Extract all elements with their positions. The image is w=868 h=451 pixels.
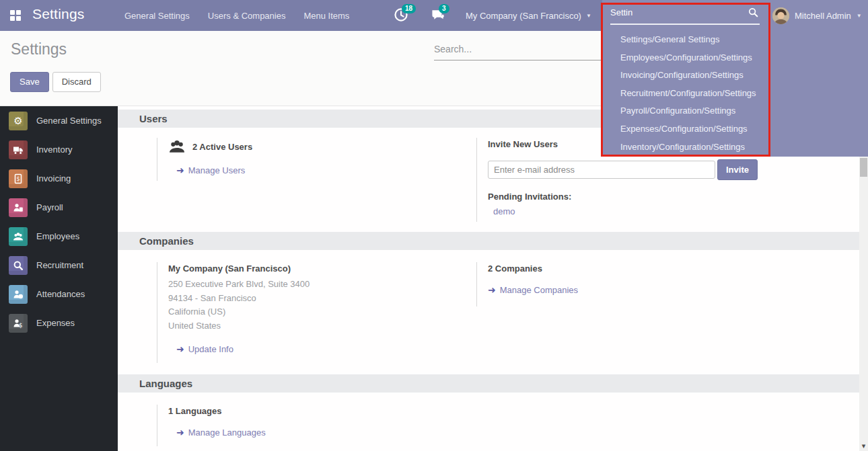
app-brand-title[interactable]: Settings xyxy=(32,6,84,22)
company-switcher[interactable]: My Company (San Francisco) ▼ xyxy=(466,0,591,31)
sidebar-item-inventory[interactable]: Inventory xyxy=(0,135,118,164)
search-suggestion[interactable]: Payroll/Configuration/Settings xyxy=(602,102,770,120)
update-info-link[interactable]: ➜ Update Info xyxy=(168,343,460,354)
search-suggestion[interactable]: Recruitment/Configuration/Settings xyxy=(602,85,770,103)
sidebar-item-general-settings[interactable]: ⚙ General Settings xyxy=(0,106,118,135)
company-switcher-label: My Company (San Francisco) xyxy=(466,11,581,21)
avatar xyxy=(772,7,789,24)
settings-sidebar: ⚙ General Settings Inventory $ Invoicing… xyxy=(0,106,118,451)
attendance-person-clock-icon xyxy=(9,285,28,304)
search-suggestion[interactable]: Invoicing/Configuration/Settings xyxy=(602,67,770,85)
menu-search xyxy=(609,4,770,24)
company-name: My Company (San Francisco) xyxy=(168,263,460,274)
languages-block: 1 Languages ➜ Manage Languages xyxy=(157,405,439,446)
chevron-down-icon: ▼ xyxy=(586,13,591,19)
people-group-icon xyxy=(9,227,28,246)
arrow-right-icon: ➜ xyxy=(176,343,184,354)
sidebar-item-invoicing[interactable]: $ Invoicing xyxy=(0,164,118,193)
languages-section: 1 Languages ➜ Manage Languages xyxy=(118,393,859,451)
messages-icon[interactable]: 3 xyxy=(431,7,447,24)
active-users-count: 2 Active Users xyxy=(192,142,252,152)
companies-count: 2 Companies xyxy=(488,263,759,274)
invoice-document-icon: $ xyxy=(9,169,28,188)
invite-button[interactable]: Invite xyxy=(717,159,758,180)
magnifier-icon xyxy=(9,256,28,275)
sidebar-item-recruitment[interactable]: Recruitment xyxy=(0,251,118,280)
section-header-companies: Companies xyxy=(118,232,859,250)
languages-count: 1 Languages xyxy=(168,406,439,416)
pending-invitations-label: Pending Invitations: xyxy=(488,192,853,202)
company-info-block: My Company (San Francisco) 250 Executive… xyxy=(157,262,460,363)
invite-email-input[interactable] xyxy=(488,161,715,179)
search-underline xyxy=(610,24,760,25)
expense-person-dollar-icon: $ xyxy=(9,314,28,333)
active-users-block: 2 Active Users ➜ Manage Users xyxy=(157,138,439,181)
pending-user-link[interactable]: demo xyxy=(488,206,853,216)
page-title: Settings xyxy=(11,40,67,58)
search-suggestion[interactable]: Inventory/Configuration/Settings xyxy=(602,138,770,157)
vertical-scrollbar[interactable]: ▾ xyxy=(859,106,868,451)
settings-content: Users 2 Active Users ➜ Manage Users Invi… xyxy=(118,106,859,451)
companies-count-block: 2 Companies ➜ Manage Companies xyxy=(476,262,759,306)
users-icon xyxy=(168,139,186,154)
menu-users-companies[interactable]: Users & Companies xyxy=(208,11,286,21)
message-count-badge: 3 xyxy=(439,4,449,13)
section-header-languages: Languages xyxy=(118,374,859,393)
odoo-settings-screen: Settings General Settings Users & Compan… xyxy=(0,0,868,451)
company-address-line: California (US) xyxy=(168,305,460,319)
scroll-down-arrow-icon[interactable]: ▾ xyxy=(859,442,868,450)
search-suggestion-list: Settings/General Settings Employees/Conf… xyxy=(602,31,770,156)
search-suggestion[interactable]: Expenses/Configuration/Settings xyxy=(602,120,770,138)
chevron-down-icon: ▼ xyxy=(857,13,862,19)
search-icon[interactable] xyxy=(748,7,758,19)
search-suggestion[interactable]: Settings/General Settings xyxy=(602,31,770,49)
manage-companies-link[interactable]: ➜ Manage Companies xyxy=(488,284,759,295)
navbar-menus: General Settings Users & Companies Menu … xyxy=(124,0,349,31)
apps-menu-icon[interactable] xyxy=(10,10,21,21)
manage-languages-link[interactable]: ➜ Manage Languages xyxy=(168,427,439,438)
settings-search-input[interactable] xyxy=(434,41,601,60)
menu-search-input[interactable] xyxy=(609,4,750,19)
menu-menu-items[interactable]: Menu Items xyxy=(303,11,349,21)
discard-button[interactable]: Discard xyxy=(52,72,101,92)
company-address-line: 94134 - San Francisco xyxy=(168,292,460,306)
settings-search xyxy=(434,41,601,60)
menu-general-settings[interactable]: General Settings xyxy=(124,11,190,21)
payroll-person-icon xyxy=(9,198,28,217)
sidebar-item-attendances[interactable]: Attendances xyxy=(0,280,118,309)
search-suggestion[interactable]: Employees/Configuration/Settings xyxy=(602,49,770,67)
sidebar-item-expenses[interactable]: $ Expenses xyxy=(0,309,118,337)
arrow-right-icon: ➜ xyxy=(176,427,184,438)
company-address-line: 250 Executive Park Blvd, Suite 3400 xyxy=(168,278,460,292)
delivery-truck-icon xyxy=(9,140,28,159)
scrollbar-thumb[interactable] xyxy=(860,158,867,177)
manage-users-link[interactable]: ➜ Manage Users xyxy=(168,165,439,175)
user-menu-label: Mitchell Admin xyxy=(795,11,851,21)
company-address-line: United States xyxy=(168,319,460,333)
sidebar-item-payroll[interactable]: Payroll xyxy=(0,193,118,222)
activity-count-badge: 18 xyxy=(402,4,416,13)
svg-text:$: $ xyxy=(19,322,22,329)
svg-text:$: $ xyxy=(16,176,20,182)
activities-clock-icon[interactable]: 18 xyxy=(394,7,410,24)
arrow-right-icon: ➜ xyxy=(488,284,496,295)
save-button[interactable]: Save xyxy=(10,72,49,92)
user-menu[interactable]: Mitchell Admin ▼ xyxy=(772,0,862,31)
gear-icon: ⚙ xyxy=(9,112,28,130)
companies-section: My Company (San Francisco) 250 Executive… xyxy=(118,250,859,374)
arrow-right-icon: ➜ xyxy=(176,165,184,175)
sidebar-item-employees[interactable]: Employees xyxy=(0,222,118,251)
